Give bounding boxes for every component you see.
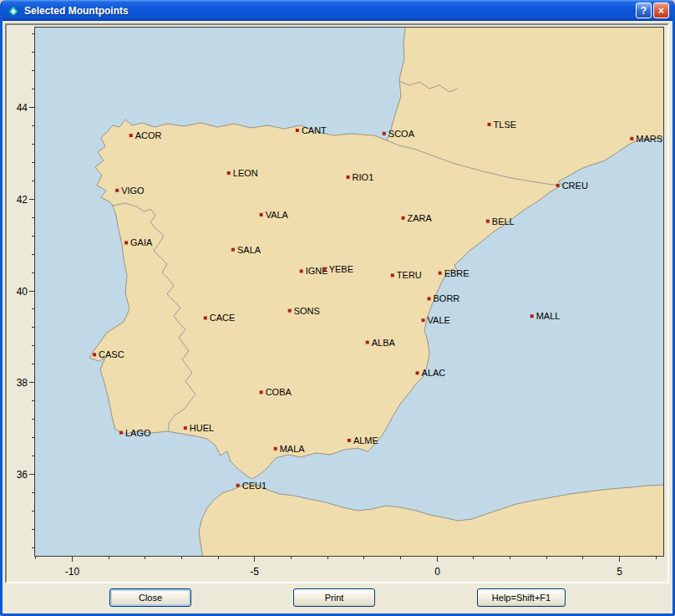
- station-label: LEON: [233, 168, 258, 178]
- station-label: EBRE: [444, 268, 469, 278]
- station-marker: [115, 189, 119, 192]
- map-svg: -10-5054442403836ACORCANTSCOATLSEMARSVIG…: [7, 25, 667, 582]
- station-label: SCOA: [388, 129, 415, 139]
- station-marker: [119, 431, 123, 435]
- station-label: ALME: [353, 435, 378, 445]
- station-label: CREU: [562, 181, 588, 191]
- titlebar[interactable]: Selected Mountpoints ? ×: [3, 0, 672, 21]
- station-marker: [260, 390, 263, 394]
- station-label: SALA: [237, 245, 261, 255]
- station-label: CASC: [99, 349, 124, 359]
- station-label: ALBA: [372, 338, 396, 348]
- window: Selected Mountpoints ? × -10-50544424038…: [0, 0, 675, 616]
- station-marker: [530, 314, 534, 318]
- station-label: YEBE: [329, 264, 353, 274]
- window-title: Selected Mountpoints: [24, 5, 129, 17]
- y-tick-label: 42: [17, 194, 28, 206]
- x-tick-label: -5: [250, 566, 259, 578]
- y-tick-label: 44: [17, 102, 28, 114]
- station-label: VIGO: [121, 186, 145, 196]
- close-icon[interactable]: ×: [653, 3, 669, 18]
- station-label: CACE: [210, 313, 236, 323]
- station-label: TLSE: [494, 120, 517, 130]
- station-label: MALL: [536, 311, 561, 321]
- station-marker: [323, 267, 327, 271]
- station-label: CEU1: [242, 481, 266, 491]
- x-tick-label: 0: [434, 566, 440, 578]
- station-marker: [383, 132, 386, 135]
- y-tick-label: 38: [17, 377, 28, 389]
- station-marker: [288, 309, 292, 313]
- station-label: LAGO: [125, 428, 151, 438]
- station-marker: [348, 439, 351, 442]
- map-widget: -10-5054442403836ACORCANTSCOATLSEMARSVIG…: [5, 23, 669, 583]
- station-marker: [93, 353, 96, 356]
- station-label: ACOR: [135, 130, 162, 140]
- y-tick-label: 40: [17, 286, 28, 298]
- station-label: GAIA: [130, 237, 153, 247]
- station-label: MARS: [636, 134, 662, 144]
- station-label: VALE: [428, 315, 450, 325]
- station-marker: [630, 137, 633, 140]
- station-marker: [556, 184, 560, 187]
- help-button[interactable]: ?: [636, 3, 652, 18]
- station-marker: [391, 273, 394, 277]
- client-area: -10-5054442403836ACORCANTSCOATLSEMARSVIG…: [3, 23, 672, 616]
- station-marker: [402, 216, 405, 220]
- station-label: TERU: [397, 270, 422, 280]
- station-marker: [439, 272, 442, 275]
- print-button[interactable]: Print: [293, 588, 375, 607]
- station-marker: [422, 318, 425, 322]
- station-label: BELL: [492, 216, 515, 227]
- station-marker: [124, 241, 128, 244]
- station-label: BORR: [434, 293, 460, 303]
- x-tick-label: 5: [617, 566, 622, 578]
- y-tick-label: 36: [17, 469, 28, 481]
- station-label: HUEL: [190, 423, 214, 433]
- close-button[interactable]: Close: [109, 588, 191, 607]
- station-label: RIO1: [353, 172, 374, 182]
- station-marker: [366, 341, 369, 344]
- button-row: Close Print Help=Shift+F1: [3, 588, 672, 607]
- station-label: VALA: [266, 210, 289, 220]
- station-label: SONS: [294, 306, 320, 316]
- x-tick-label: -10: [65, 566, 80, 578]
- station-marker: [416, 371, 419, 374]
- station-label: ZARA: [408, 213, 433, 223]
- station-label: ALAC: [422, 368, 446, 378]
- app-icon: [7, 4, 20, 18]
- station-marker: [296, 129, 299, 132]
- station-marker: [184, 426, 187, 430]
- station-marker: [260, 213, 263, 216]
- station-label: COBA: [266, 387, 292, 397]
- help-shortcut-button[interactable]: Help=Shift+F1: [477, 588, 566, 607]
- station-label: CANT: [302, 125, 327, 135]
- station-marker: [428, 297, 431, 300]
- station-marker: [488, 123, 491, 126]
- station-marker: [236, 484, 240, 487]
- station-marker: [274, 447, 277, 451]
- titlebar-buttons: ? ×: [636, 3, 669, 18]
- station-marker: [227, 171, 231, 175]
- station-marker: [300, 269, 303, 272]
- station-marker: [231, 248, 235, 252]
- station-marker: [347, 176, 350, 179]
- station-marker: [486, 220, 490, 223]
- station-marker: [204, 316, 207, 319]
- station-marker: [129, 134, 133, 137]
- station-label: MALA: [280, 444, 306, 454]
